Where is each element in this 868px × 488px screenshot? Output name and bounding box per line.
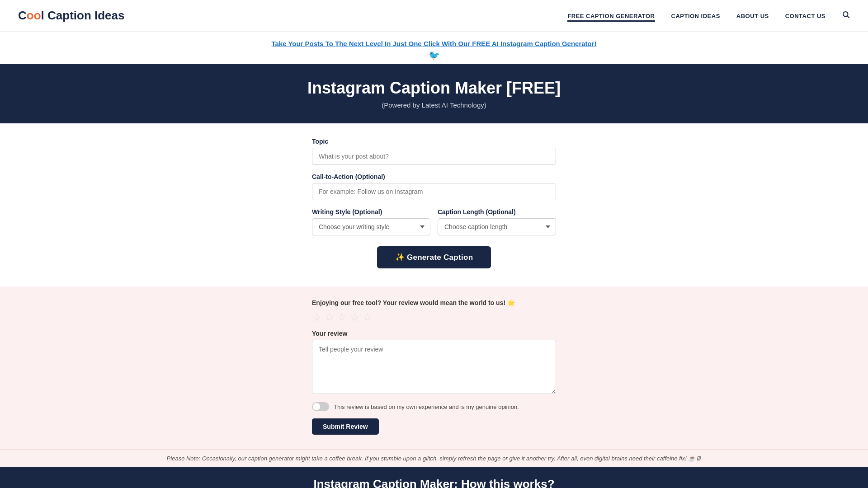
nav-about-us[interactable]: ABOUT US (736, 13, 769, 19)
cta-field-group: Call-to-Action (Optional) (312, 173, 556, 200)
writing-style-label: Writing Style (Optional) (312, 208, 430, 216)
caption-length-group: Caption Length (Optional) Choose caption… (438, 208, 556, 235)
navbar: Cool Caption Ideas FREE CAPTION GENERATO… (0, 0, 868, 32)
nav-free-caption[interactable]: FREE CAPTION GENERATOR (567, 13, 655, 22)
review-section: Enjoying our free tool? Your review woul… (0, 286, 868, 449)
topic-field-group: Topic (312, 138, 556, 165)
note-bar: Please Note: Occasionally, our caption g… (0, 449, 868, 467)
star-2[interactable]: ☆ (325, 311, 335, 324)
genuine-opinion-toggle[interactable] (312, 402, 329, 411)
caption-length-label: Caption Length (Optional) (438, 208, 556, 216)
toggle-row: This review is based on my own experienc… (312, 402, 556, 411)
star-rating[interactable]: ☆ ☆ ☆ ☆ ☆ (312, 311, 556, 324)
topic-label: Topic (312, 138, 556, 145)
writing-style-select[interactable]: Choose your writing style Funny Professi… (312, 218, 430, 235)
hero-subtitle: (Powered by Latest AI Technology) (9, 101, 859, 109)
caption-length-select[interactable]: Choose caption length Short Medium Long (438, 218, 556, 235)
star-1[interactable]: ☆ (312, 311, 322, 324)
hero-title: Instagram Caption Maker [FREE] (9, 79, 859, 98)
topic-input[interactable] (312, 148, 556, 165)
toggle-label: This review is based on my own experienc… (334, 404, 519, 410)
promo-banner: Take Your Posts To The Next Level In Jus… (0, 32, 868, 64)
review-label: Your review (312, 330, 556, 337)
review-prompt: Enjoying our free tool? Your review woul… (312, 299, 556, 306)
hero-section: Instagram Caption Maker [FREE] (Powered … (0, 64, 868, 123)
cta-label: Call-to-Action (Optional) (312, 173, 556, 180)
svg-line-1 (847, 16, 849, 18)
svg-point-0 (843, 12, 848, 17)
bottom-hero: Instagram Caption Maker: How this works? (0, 467, 868, 488)
search-icon[interactable] (842, 11, 850, 20)
star-5[interactable]: ☆ (363, 311, 373, 324)
review-textarea[interactable] (312, 340, 556, 394)
star-3[interactable]: ☆ (337, 311, 347, 324)
cta-input[interactable] (312, 183, 556, 200)
submit-review-button[interactable]: Submit Review (312, 418, 379, 435)
nav-links: FREE CAPTION GENERATOR CAPTION IDEAS ABO… (567, 10, 850, 21)
logo[interactable]: Cool Caption Ideas (18, 9, 124, 23)
writing-style-group: Writing Style (Optional) Choose your wri… (312, 208, 430, 235)
form-section: Topic Call-to-Action (Optional) Writing … (0, 123, 868, 286)
nav-caption-ideas[interactable]: CAPTION IDEAS (671, 13, 720, 19)
nav-contact-us[interactable]: CONTACT US (785, 13, 826, 19)
banner-link[interactable]: Take Your Posts To The Next Level In Jus… (271, 40, 596, 47)
selects-row: Writing Style (Optional) Choose your wri… (312, 208, 556, 235)
generate-button[interactable]: ✨ Generate Caption (377, 246, 491, 268)
bottom-hero-title: Instagram Caption Maker: How this works? (9, 477, 859, 488)
banner-icon: 🐦 (9, 50, 859, 61)
star-4[interactable]: ☆ (350, 311, 360, 324)
note-text: Please Note: Occasionally, our caption g… (167, 455, 702, 462)
